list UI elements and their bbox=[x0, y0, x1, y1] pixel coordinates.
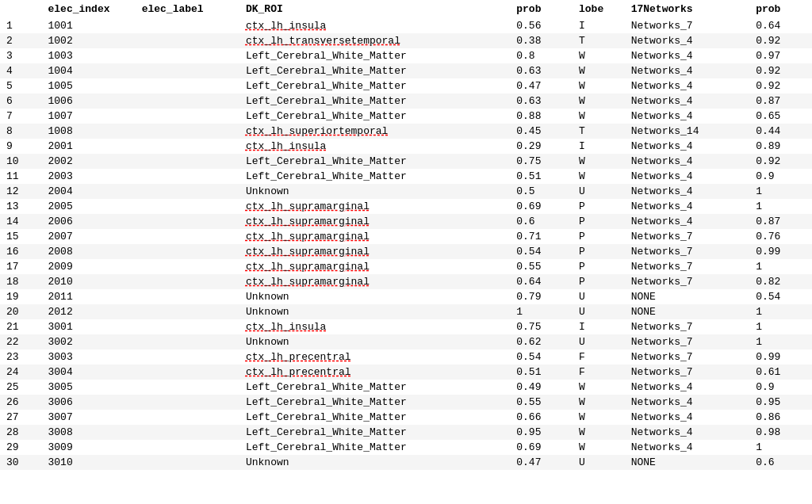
cell-dk-roi: Unknown bbox=[239, 334, 510, 349]
table-row: 132005ctx_lh_supramarginal0.69PNetworks_… bbox=[0, 199, 812, 214]
cell-lobe: W bbox=[573, 78, 625, 94]
cell-row-number: 18 bbox=[0, 274, 42, 289]
cell-dk-roi: Left_Cerebral_White_Matter bbox=[239, 48, 510, 63]
cell-elec-label bbox=[136, 274, 239, 289]
cell-lobe: W bbox=[573, 410, 625, 425]
cell-prob: 0.56 bbox=[510, 18, 573, 33]
cell-elec-label bbox=[136, 425, 239, 440]
cell-prob2: 0.92 bbox=[749, 154, 812, 169]
cell-prob2: 0.97 bbox=[749, 48, 812, 63]
cell-lobe: W bbox=[573, 154, 625, 169]
cell-17networks: Networks_7 bbox=[625, 349, 750, 365]
data-table: elec_index elec_label DK_ROI prob lobe 1… bbox=[0, 0, 812, 470]
table-row: 172009ctx_lh_supramarginal0.55PNetworks_… bbox=[0, 259, 812, 274]
cell-prob: 0.51 bbox=[510, 365, 573, 380]
cell-lobe: U bbox=[573, 184, 625, 199]
cell-elec-index: 3006 bbox=[42, 395, 136, 410]
cell-elec-label bbox=[136, 139, 239, 154]
table-row: 61006Left_Cerebral_White_Matter0.63WNetw… bbox=[0, 94, 812, 109]
cell-prob: 0.69 bbox=[510, 199, 573, 214]
cell-elec-index: 1008 bbox=[42, 124, 136, 139]
header-prob: prob bbox=[510, 0, 573, 18]
cell-prob2: 0.92 bbox=[749, 63, 812, 78]
cell-prob2: 0.98 bbox=[749, 425, 812, 440]
cell-elec-index: 1007 bbox=[42, 109, 136, 124]
cell-dk-roi: Left_Cerebral_White_Matter bbox=[239, 425, 510, 440]
cell-lobe: W bbox=[573, 109, 625, 124]
cell-prob: 0.88 bbox=[510, 109, 573, 124]
cell-elec-label bbox=[136, 440, 239, 455]
table-row: 283008Left_Cerebral_White_Matter0.95WNet… bbox=[0, 425, 812, 440]
cell-elec-index: 3002 bbox=[42, 334, 136, 349]
table-row: 71007Left_Cerebral_White_Matter0.88WNetw… bbox=[0, 109, 812, 124]
cell-prob: 0.69 bbox=[510, 440, 573, 455]
table-row: 122004Unknown0.5UNetworks_41 bbox=[0, 184, 812, 199]
header-empty bbox=[0, 0, 42, 18]
cell-elec-label bbox=[136, 124, 239, 139]
cell-prob: 0.75 bbox=[510, 319, 573, 334]
cell-lobe: P bbox=[573, 244, 625, 259]
cell-prob2: 1 bbox=[749, 199, 812, 214]
cell-dk-roi: ctx_lh_supramarginal bbox=[239, 244, 510, 259]
table-row: 182010ctx_lh_supramarginal0.64PNetworks_… bbox=[0, 274, 812, 289]
cell-prob2: 1 bbox=[749, 304, 812, 319]
cell-elec-index: 3005 bbox=[42, 380, 136, 395]
cell-dk-roi: ctx_lh_insula bbox=[239, 18, 510, 33]
cell-row-number: 30 bbox=[0, 455, 42, 470]
table-row: 112003Left_Cerebral_White_Matter0.51WNet… bbox=[0, 169, 812, 184]
cell-elec-label bbox=[136, 18, 239, 33]
cell-elec-label bbox=[136, 319, 239, 334]
cell-elec-label bbox=[136, 154, 239, 169]
cell-prob2: 0.99 bbox=[749, 244, 812, 259]
table-row: 273007Left_Cerebral_White_Matter0.66WNet… bbox=[0, 410, 812, 425]
cell-prob2: 0.54 bbox=[749, 289, 812, 304]
cell-prob: 0.55 bbox=[510, 395, 573, 410]
table-row: 213001ctx_lh_insula0.75INetworks_71 bbox=[0, 319, 812, 334]
cell-prob2: 1 bbox=[749, 334, 812, 349]
cell-elec-index: 1004 bbox=[42, 63, 136, 78]
table-row: 263006Left_Cerebral_White_Matter0.55WNet… bbox=[0, 395, 812, 410]
cell-17networks: Networks_4 bbox=[625, 33, 750, 48]
cell-elec-label bbox=[136, 33, 239, 48]
cell-prob: 0.95 bbox=[510, 425, 573, 440]
cell-elec-index: 3007 bbox=[42, 410, 136, 425]
cell-row-number: 23 bbox=[0, 349, 42, 365]
cell-lobe: T bbox=[573, 124, 625, 139]
cell-prob: 0.29 bbox=[510, 139, 573, 154]
cell-lobe: P bbox=[573, 199, 625, 214]
cell-lobe: P bbox=[573, 229, 625, 244]
cell-elec-label bbox=[136, 94, 239, 109]
cell-prob2: 0.95 bbox=[749, 395, 812, 410]
cell-row-number: 3 bbox=[0, 48, 42, 63]
cell-elec-label bbox=[136, 109, 239, 124]
cell-dk-roi: Left_Cerebral_White_Matter bbox=[239, 410, 510, 425]
cell-17networks: Networks_4 bbox=[625, 199, 750, 214]
cell-elec-label bbox=[136, 214, 239, 229]
cell-row-number: 19 bbox=[0, 289, 42, 304]
cell-elec-index: 2001 bbox=[42, 139, 136, 154]
cell-prob: 0.64 bbox=[510, 274, 573, 289]
cell-row-number: 29 bbox=[0, 440, 42, 455]
cell-lobe: U bbox=[573, 289, 625, 304]
cell-dk-roi: ctx_lh_precentral bbox=[239, 365, 510, 380]
cell-lobe: W bbox=[573, 395, 625, 410]
cell-dk-roi: Left_Cerebral_White_Matter bbox=[239, 154, 510, 169]
cell-elec-label bbox=[136, 169, 239, 184]
cell-dk-roi: Left_Cerebral_White_Matter bbox=[239, 440, 510, 455]
cell-lobe: I bbox=[573, 319, 625, 334]
header-dk-roi: DK_ROI bbox=[239, 0, 510, 18]
cell-row-number: 4 bbox=[0, 63, 42, 78]
cell-lobe: U bbox=[573, 334, 625, 349]
cell-prob2: 0.82 bbox=[749, 274, 812, 289]
cell-elec-label bbox=[136, 380, 239, 395]
cell-row-number: 26 bbox=[0, 395, 42, 410]
header-lobe: lobe bbox=[573, 0, 625, 18]
cell-elec-index: 2006 bbox=[42, 214, 136, 229]
cell-lobe: W bbox=[573, 440, 625, 455]
cell-elec-index: 2010 bbox=[42, 274, 136, 289]
cell-prob2: 0.65 bbox=[749, 109, 812, 124]
cell-elec-label bbox=[136, 455, 239, 470]
cell-dk-roi: ctx_lh_insula bbox=[239, 319, 510, 334]
cell-dk-roi: ctx_lh_insula bbox=[239, 139, 510, 154]
cell-row-number: 5 bbox=[0, 78, 42, 94]
